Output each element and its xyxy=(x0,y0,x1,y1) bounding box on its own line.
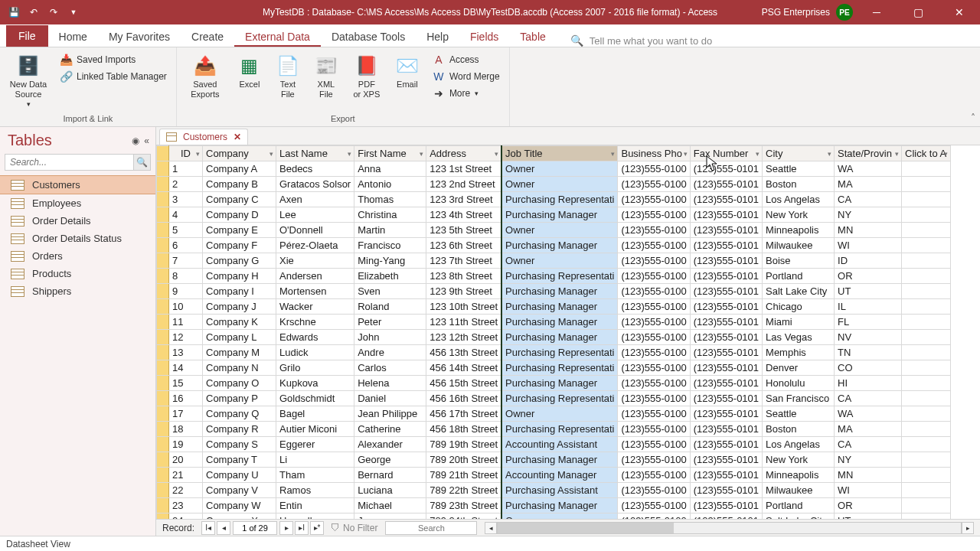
cell-city[interactable]: Chicago xyxy=(763,299,835,315)
cell-id[interactable]: 15 xyxy=(169,376,203,391)
cell-company[interactable]: Company J xyxy=(203,299,276,315)
cell-company[interactable]: Company I xyxy=(203,284,276,299)
cell-add[interactable] xyxy=(902,177,951,192)
column-header-business-pho[interactable]: Business Pho▾ xyxy=(618,146,690,161)
cell-first[interactable]: Carlos xyxy=(354,360,426,376)
cell-bphone[interactable]: (123)555-0100 xyxy=(618,391,690,406)
cell-company[interactable]: Company U xyxy=(203,468,276,483)
cell-bphone[interactable]: (123)555-0100 xyxy=(618,223,690,238)
doc-tab-customers[interactable]: Customers ✕ xyxy=(159,129,248,145)
cell-addr[interactable]: 123 7th Street xyxy=(426,253,501,269)
column-header-job-title[interactable]: Job Title▾ xyxy=(501,146,618,161)
cell-last[interactable]: Pérez-Olaeta xyxy=(276,238,354,253)
cell-company[interactable]: Company L xyxy=(203,330,276,345)
cell-add[interactable] xyxy=(902,483,951,498)
cell-addr[interactable]: 123 6th Street xyxy=(426,238,501,253)
new-data-source-button[interactable]: 🗄️ New Data Source ▾ xyxy=(5,51,52,109)
column-header-city[interactable]: City▾ xyxy=(763,146,835,161)
table-row[interactable]: 24Company XHasselbergJonas789 24th Stree… xyxy=(157,514,951,520)
cell-company[interactable]: Company G xyxy=(203,253,276,269)
cell-addr[interactable]: 456 14th Street xyxy=(426,360,501,376)
tab-database-tools[interactable]: Database Tools xyxy=(321,26,416,47)
xml-file-button[interactable]: 📰XML File xyxy=(309,51,344,99)
cell-add[interactable] xyxy=(902,284,951,299)
cell-addr[interactable]: 789 23th Street xyxy=(426,498,501,514)
cell-bphone[interactable]: (123)555-0100 xyxy=(618,483,690,498)
cell-first[interactable]: Alexander xyxy=(354,437,426,452)
table-row[interactable]: 3Company CAxenThomas123 3rd StreetPurcha… xyxy=(157,192,951,207)
cell-addr[interactable]: 456 16th Street xyxy=(426,391,501,406)
cell-fax[interactable]: (123)555-0101 xyxy=(690,253,762,269)
cell-company[interactable]: Company W xyxy=(203,498,276,514)
hscroll-thumb[interactable] xyxy=(498,523,674,533)
cell-id[interactable]: 16 xyxy=(169,391,203,406)
cell-state[interactable]: OR xyxy=(835,498,902,514)
cell-add[interactable] xyxy=(902,207,951,223)
cell-first[interactable]: Luciana xyxy=(354,483,426,498)
nav-item-products[interactable]: Products xyxy=(0,265,155,282)
doc-tab-close-icon[interactable]: ✕ xyxy=(234,132,241,142)
linked-table-manager-button[interactable]: 🔗Linked Table Manager xyxy=(55,69,172,84)
cell-fax[interactable]: (123)555-0101 xyxy=(690,391,762,406)
tab-fields[interactable]: Fields xyxy=(459,26,509,47)
cell-state[interactable]: MN xyxy=(835,468,902,483)
cell-last[interactable]: Krschne xyxy=(276,315,354,330)
saved-exports-button[interactable]: 📤Saved Exports xyxy=(181,51,229,99)
cell-addr[interactable]: 123 10th Street xyxy=(426,299,501,315)
cell-id[interactable]: 13 xyxy=(169,345,203,360)
cell-bphone[interactable]: (123)555-0100 xyxy=(618,468,690,483)
cell-last[interactable]: Goldschmidt xyxy=(276,391,354,406)
cell-city[interactable]: Las Vegas xyxy=(763,330,835,345)
cell-bphone[interactable]: (123)555-0100 xyxy=(618,253,690,269)
cell-add[interactable] xyxy=(902,376,951,391)
tab-external-data[interactable]: External Data xyxy=(234,26,321,47)
cell-job[interactable]: Purchasing Manager xyxy=(501,330,618,345)
cell-first[interactable]: Ming-Yang xyxy=(354,253,426,269)
cell-bphone[interactable]: (123)555-0100 xyxy=(618,284,690,299)
cell-city[interactable]: Portland xyxy=(763,498,835,514)
cell-state[interactable]: TN xyxy=(835,345,902,360)
cell-add[interactable] xyxy=(902,452,951,468)
cell-job[interactable]: Purchasing Representati xyxy=(501,360,618,376)
cell-first[interactable]: Catherine xyxy=(354,422,426,437)
cell-id[interactable]: 20 xyxy=(169,452,203,468)
row-selector[interactable] xyxy=(157,498,169,514)
cell-first[interactable]: Roland xyxy=(354,299,426,315)
cell-state[interactable]: IL xyxy=(835,299,902,315)
cell-fax[interactable]: (123)555-0101 xyxy=(690,498,762,514)
cell-fax[interactable]: (123)555-0101 xyxy=(690,406,762,422)
row-selector[interactable] xyxy=(157,238,169,253)
cell-job[interactable]: Purchasing Manager xyxy=(501,376,618,391)
cell-id[interactable]: 10 xyxy=(169,299,203,315)
cell-last[interactable]: Mortensen xyxy=(276,284,354,299)
cell-city[interactable]: Minneapolis xyxy=(763,223,835,238)
row-selector[interactable] xyxy=(157,468,169,483)
cell-state[interactable]: FL xyxy=(835,315,902,330)
cell-bphone[interactable]: (123)555-0100 xyxy=(618,299,690,315)
row-selector[interactable] xyxy=(157,483,169,498)
cell-job[interactable]: Purchasing Representati xyxy=(501,269,618,284)
row-selector[interactable] xyxy=(157,192,169,207)
cell-id[interactable]: 6 xyxy=(169,238,203,253)
cell-add[interactable] xyxy=(902,437,951,452)
cell-job[interactable]: Owner xyxy=(501,406,618,422)
cell-state[interactable]: ID xyxy=(835,253,902,269)
cell-company[interactable]: Company T xyxy=(203,452,276,468)
email-button[interactable]: ✉️Email xyxy=(390,51,425,90)
table-row[interactable]: 6Company FPérez-OlaetaFrancisco123 6th S… xyxy=(157,238,951,253)
tab-help[interactable]: Help xyxy=(416,26,459,47)
nav-search[interactable]: 🔍 xyxy=(5,154,151,171)
cell-first[interactable]: Andre xyxy=(354,345,426,360)
cell-job[interactable]: Purchasing Manager xyxy=(501,238,618,253)
cell-job[interactable]: Purchasing Assistant xyxy=(501,483,618,498)
cell-first[interactable]: George xyxy=(354,452,426,468)
cell-job[interactable]: Accounting Assistant xyxy=(501,437,618,452)
cell-bphone[interactable]: (123)555-0100 xyxy=(618,498,690,514)
cell-add[interactable] xyxy=(902,192,951,207)
cell-bphone[interactable]: (123)555-0100 xyxy=(618,269,690,284)
export-more-button[interactable]: ➜More ▾ xyxy=(428,86,505,101)
cell-job[interactable]: Purchasing Manager xyxy=(501,315,618,330)
cell-add[interactable] xyxy=(902,498,951,514)
cell-city[interactable]: Boston xyxy=(763,177,835,192)
cell-first[interactable]: Anna xyxy=(354,161,426,177)
